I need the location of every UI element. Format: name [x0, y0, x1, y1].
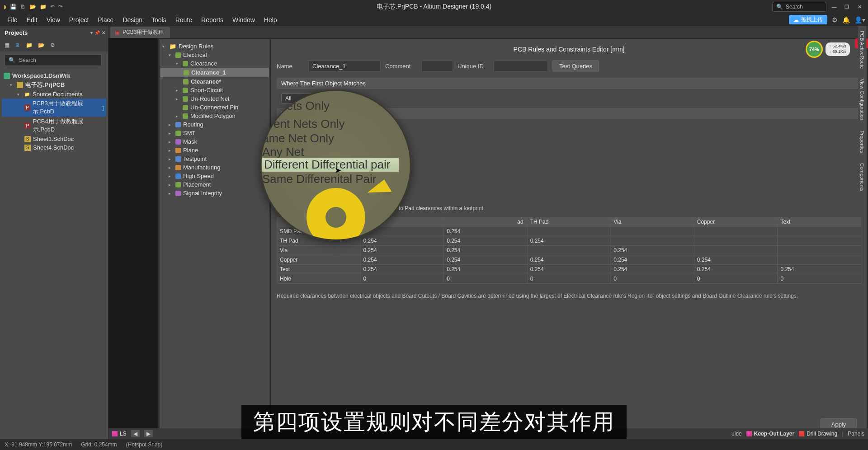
- toolbar-doc-icon[interactable]: 🗎: [15, 42, 20, 48]
- rules-clearance-star[interactable]: Clearance*: [160, 77, 269, 86]
- dock-tab-properties[interactable]: Properties: [858, 126, 866, 158]
- upload-button[interactable]: ☁ 拖拽上传: [789, 15, 827, 24]
- rules-unconnected[interactable]: Un-Connected Pin: [160, 103, 269, 112]
- name-input[interactable]: [308, 61, 381, 72]
- caret-icon[interactable]: ▾: [10, 83, 14, 87]
- matrix-cell[interactable]: [527, 227, 611, 236]
- panel-pin-icon[interactable]: 📌: [94, 30, 100, 35]
- layer-next-icon[interactable]: ▶: [144, 430, 153, 437]
- menu-tools[interactable]: Tools: [147, 14, 171, 25]
- rules-clearance[interactable]: ▾ Clearance: [160, 59, 269, 68]
- dock-tab-activeroute[interactable]: PCB ActiveRoute: [858, 26, 866, 73]
- open-icon[interactable]: 📂: [29, 4, 36, 10]
- matrix-cell[interactable]: 0.254: [360, 236, 444, 246]
- project-node[interactable]: ▾ 电子芯.PrjPCB: [2, 80, 106, 90]
- matrix-cell[interactable]: 0.254: [444, 236, 528, 246]
- rules-routing[interactable]: ▸ Routing: [160, 120, 269, 129]
- rules-smt[interactable]: ▸ SMT: [160, 129, 269, 137]
- panels-button[interactable]: Panels: [848, 431, 864, 437]
- matrix-cell[interactable]: [694, 236, 778, 246]
- source-documents-node[interactable]: ▾ 📁 Source Documents: [2, 90, 106, 98]
- matrix-cell[interactable]: [694, 227, 778, 236]
- rules-highspeed[interactable]: ▸ High Speed: [160, 172, 269, 180]
- layer-ls[interactable]: LS: [112, 431, 127, 437]
- panel-dropdown-icon[interactable]: ▾: [90, 30, 93, 35]
- maximize-button[interactable]: ❐: [842, 3, 852, 11]
- matrix-cell[interactable]: 0.254: [444, 227, 528, 236]
- file-sheet4[interactable]: S Sheet4.SchDoc: [2, 143, 106, 152]
- matrix-cell[interactable]: 0.254: [611, 265, 694, 274]
- matrix-cell[interactable]: 0: [694, 274, 778, 284]
- panel-close-icon[interactable]: ✕: [102, 30, 105, 35]
- doc-tab-pcb3[interactable]: ▣ PCB3用于做教程: [110, 27, 170, 38]
- matrix-cell[interactable]: 0.254: [694, 265, 778, 274]
- rules-plane[interactable]: ▸ Plane: [160, 146, 269, 155]
- matrix-cell[interactable]: 0.254: [611, 255, 694, 265]
- rules-root[interactable]: ▾📁 Design Rules: [160, 42, 269, 51]
- toolbar-compile-icon[interactable]: ▦: [5, 42, 9, 48]
- save-icon[interactable]: 💾: [10, 4, 17, 10]
- toolbar-folder2-icon[interactable]: 📂: [38, 42, 45, 48]
- rules-signal-integrity[interactable]: ▸ Signal Integrity: [160, 189, 269, 197]
- folder-icon[interactable]: 📁: [40, 4, 47, 10]
- close-window-button[interactable]: ✕: [854, 3, 864, 11]
- rules-clearance-1[interactable]: Clearance_1: [160, 68, 269, 77]
- matrix-cell[interactable]: [778, 255, 861, 265]
- rules-electrical[interactable]: ▾ Electrical: [160, 51, 269, 59]
- menu-file[interactable]: File: [3, 14, 22, 25]
- matrix-cell[interactable]: 0.254: [527, 265, 611, 274]
- rules-unrouted[interactable]: ▸ Un-Routed Net: [160, 94, 269, 103]
- layer-keepout[interactable]: Keep-Out Layer: [746, 431, 794, 437]
- menu-edit[interactable]: Edit: [22, 14, 42, 25]
- menu-reports[interactable]: Reports: [197, 14, 228, 25]
- rules-placement[interactable]: ▸ Placement: [160, 180, 269, 189]
- caret-icon[interactable]: ▾: [17, 92, 22, 97]
- toolbar-settings-icon[interactable]: ⚙: [50, 42, 55, 48]
- matrix-cell[interactable]: [778, 236, 861, 246]
- matrix-cell[interactable]: 0: [360, 274, 444, 284]
- matrix-cell[interactable]: 0.254: [360, 265, 444, 274]
- matrix-cell[interactable]: 0.254: [694, 255, 778, 265]
- pcb-canvas[interactable]: [108, 38, 158, 439]
- project-search-input[interactable]: 🔍 Search: [5, 54, 102, 66]
- matrix-cell[interactable]: [694, 246, 778, 255]
- menu-design[interactable]: Design: [118, 14, 147, 25]
- menu-view[interactable]: View: [42, 14, 65, 25]
- uniqueid-input[interactable]: [494, 61, 548, 72]
- dock-tab-viewconfig[interactable]: View Configuration: [858, 74, 866, 125]
- rules-mask[interactable]: ▸ Mask: [160, 137, 269, 146]
- matrix-cell[interactable]: 0.254: [360, 246, 444, 255]
- matrix-cell[interactable]: [527, 246, 611, 255]
- layer-guide[interactable]: uide: [731, 431, 742, 437]
- matrix-cell[interactable]: 0: [527, 274, 611, 284]
- file-pcb4[interactable]: P PCB4用于做教程展示.PcbD: [2, 117, 106, 135]
- matrix-cell[interactable]: [778, 246, 861, 255]
- matrix-cell[interactable]: 0.254: [527, 255, 611, 265]
- matrix-cell[interactable]: 0: [611, 274, 694, 284]
- mag-option-highlighted[interactable]: Different Differential pair: [262, 158, 399, 172]
- matrix-cell[interactable]: 0.254: [611, 246, 694, 255]
- menu-help[interactable]: Help: [259, 14, 282, 25]
- test-queries-button[interactable]: Test Queries: [552, 60, 599, 72]
- matrix-cell[interactable]: 0.254: [444, 246, 528, 255]
- matrix-cell[interactable]: 0.254: [360, 255, 444, 265]
- file-sheet1[interactable]: S Sheet1.SchDoc: [2, 135, 106, 143]
- file-pcb3[interactable]: P PCB3用于做教程展示.PcbD ▯: [2, 98, 106, 117]
- global-search-input[interactable]: 🔍 Search: [772, 2, 826, 12]
- toolbar-folder-icon[interactable]: 📁: [26, 42, 33, 48]
- dock-tab-components[interactable]: Components: [858, 159, 866, 196]
- layer-prev-icon[interactable]: ◀: [131, 430, 140, 437]
- rules-short-circuit[interactable]: ▸ Short-Circuit: [160, 86, 269, 94]
- comment-input[interactable]: [421, 61, 453, 72]
- rules-modified-polygon[interactable]: ▸ Modified Polygon: [160, 112, 269, 120]
- matrix-cell[interactable]: 0.254: [778, 265, 861, 274]
- matrix-cell[interactable]: [611, 227, 694, 236]
- workspace-node[interactable]: Workspace1.DsnWrk: [2, 71, 106, 80]
- rules-manufacturing[interactable]: ▸ Manufacturing: [160, 163, 269, 172]
- save-all-icon[interactable]: 🗎: [20, 4, 26, 10]
- matrix-cell[interactable]: 0.254: [527, 236, 611, 246]
- redo-icon[interactable]: ↷: [58, 4, 63, 10]
- matrix-cell[interactable]: 0.254: [444, 255, 528, 265]
- user-icon[interactable]: 👤▾: [854, 16, 865, 23]
- matrix-cell[interactable]: [778, 227, 861, 236]
